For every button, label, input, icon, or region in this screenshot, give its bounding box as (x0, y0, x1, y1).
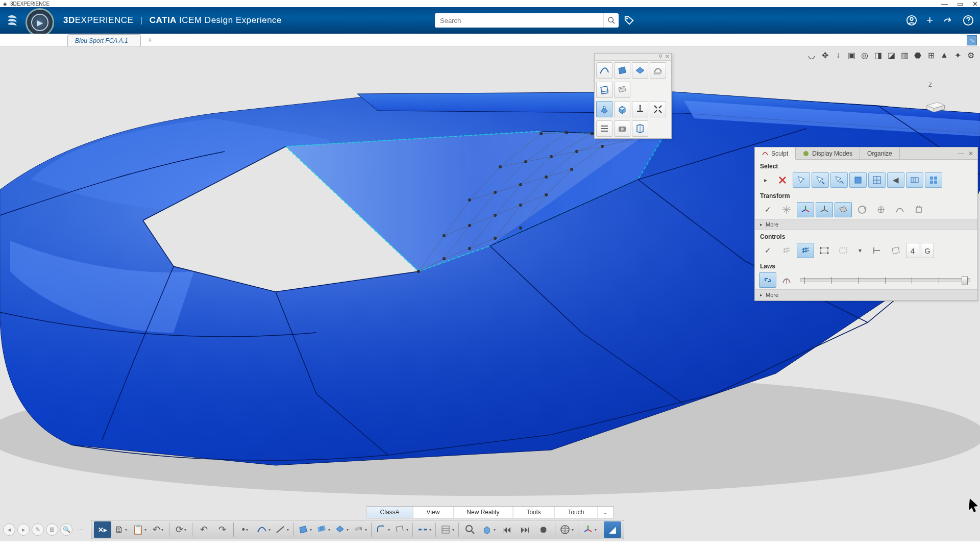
collapse-panel-icon[interactable]: ⤡ (967, 35, 977, 45)
select-mesh-button[interactable] (868, 172, 886, 188)
undo-button[interactable]: ↶ (149, 521, 166, 538)
surface-tool-button[interactable] (614, 62, 630, 79)
tab-new-reality[interactable]: New Reality (453, 507, 513, 518)
slider-thumb[interactable] (962, 276, 968, 285)
normal-view-icon[interactable]: ◎ (860, 50, 870, 60)
document-tab[interactable]: Bleu Sport FCA A.1 (67, 34, 141, 46)
shading-button[interactable] (480, 521, 497, 538)
control-points-button[interactable] (596, 101, 612, 117)
skip-forward-button[interactable]: ⏭ (517, 521, 534, 538)
nav-tree-button[interactable]: ⊞ (46, 523, 58, 536)
controls-cv-button[interactable] (835, 243, 852, 258)
analysis-grid-button[interactable] (438, 521, 456, 538)
local-undo-button[interactable]: ↶ (195, 521, 212, 538)
zoom-fit-button[interactable] (461, 521, 479, 538)
converge-tool-button[interactable] (650, 101, 666, 117)
controls-align-button[interactable] (868, 243, 886, 258)
tab-view[interactable]: View (413, 507, 454, 518)
controls-apply-button[interactable]: ✓ (759, 243, 776, 258)
maximize-icon[interactable]: ▭ (957, 0, 963, 8)
controls-count-field[interactable]: 4 (906, 243, 919, 258)
ambience-icon[interactable]: ◡ (806, 50, 817, 60)
nav-search-button[interactable]: 🔍 (60, 523, 72, 536)
controls-surface-button[interactable] (887, 243, 904, 258)
fillet-button[interactable] (374, 521, 391, 538)
offset-tool-button[interactable] (614, 82, 630, 98)
share-icon[interactable] (942, 15, 953, 26)
select-cancel-button[interactable] (774, 172, 791, 188)
settings-icon[interactable]: ⚙ (966, 50, 976, 60)
laws-curve-button[interactable] (778, 272, 795, 288)
nav-more-icon[interactable]: ⋯ (75, 523, 87, 536)
point-button[interactable]: • (236, 521, 254, 538)
axis-tool-button[interactable] (632, 101, 648, 117)
controls-g-button[interactable]: G (921, 243, 934, 258)
curve-button[interactable] (255, 521, 272, 538)
flange-tool-button[interactable] (596, 82, 612, 98)
close-icon[interactable]: ✕ (972, 0, 978, 8)
add-icon[interactable]: + (926, 14, 933, 27)
transform-bend-button[interactable] (891, 202, 909, 217)
multi-surface-button[interactable] (314, 521, 332, 538)
select-prev-button[interactable]: ◀ (887, 172, 904, 188)
laws-more-row[interactable]: More (755, 289, 977, 300)
select-point-button[interactable] (793, 172, 810, 188)
transform-more-row[interactable]: More (755, 219, 977, 230)
controls-dropdown[interactable]: ▾ (853, 244, 867, 257)
new-tab-button[interactable]: + (148, 36, 152, 45)
look-at-icon[interactable]: ◨ (873, 50, 883, 60)
list-tool-button[interactable] (596, 120, 612, 137)
robot-button[interactable] (581, 521, 598, 538)
gap-button[interactable] (415, 521, 433, 538)
record-button[interactable]: ⏺ (535, 521, 552, 538)
palette-pin-icon[interactable]: ⚲ (658, 54, 662, 60)
transform-xyz1-button[interactable] (797, 202, 814, 217)
tab-tools[interactable]: Tools (513, 507, 554, 518)
tab-organize[interactable]: Organize (860, 147, 900, 159)
transform-xyz2-button[interactable] (816, 202, 833, 217)
patch-tool-button[interactable] (632, 62, 648, 79)
local-redo-button[interactable]: ↷ (213, 521, 231, 538)
select-all-button[interactable] (925, 172, 942, 188)
palette-close-icon[interactable]: ✕ (665, 54, 669, 60)
search-input[interactable] (435, 13, 603, 28)
render-icon[interactable]: ✦ (952, 50, 963, 60)
refresh-button[interactable]: ⟳ (172, 521, 189, 538)
nav-forward-button[interactable]: ▸ (17, 523, 30, 536)
line-button[interactable] (273, 521, 290, 538)
curve-tool-button[interactable] (596, 62, 612, 79)
tab-display-modes[interactable]: Display Modes (796, 147, 860, 159)
axis-triad[interactable]: Z Y (906, 82, 952, 122)
search-button[interactable] (603, 13, 619, 28)
help-icon[interactable] (963, 15, 974, 26)
transform-move-button[interactable] (778, 202, 795, 217)
section-tool-button[interactable] (632, 120, 648, 137)
nav-edit-button[interactable]: ✎ (32, 523, 44, 536)
snap-icon[interactable]: ◪ (886, 50, 896, 60)
xp-icon[interactable]: ✕▸ (94, 521, 111, 538)
tab-touch[interactable]: Touch (554, 507, 598, 518)
transform-plane-button[interactable] (835, 202, 852, 217)
tag-icon[interactable] (624, 14, 637, 27)
transform-drag-button[interactable] (910, 202, 927, 217)
camera-tool-button[interactable] (614, 120, 630, 137)
down-icon[interactable]: ↓ (833, 50, 843, 60)
tab-more-icon[interactable]: ⌄ (598, 507, 613, 518)
minimize-icon[interactable]: — (941, 0, 948, 8)
tab-classa[interactable]: ClassA (367, 507, 413, 518)
feature-button[interactable]: ◢ (604, 521, 621, 538)
nav-back-button[interactable]: ◂ (3, 523, 15, 536)
tab-sculpt[interactable]: Sculpt (755, 147, 796, 160)
select-edge-button[interactable] (812, 172, 829, 188)
match-button[interactable] (393, 521, 410, 538)
select-grid-button[interactable] (906, 172, 923, 188)
transform-rotate-button[interactable] (853, 202, 871, 217)
laws-link-button[interactable] (759, 272, 776, 288)
globe-button[interactable] (558, 521, 575, 538)
align-icon[interactable]: ⊞ (926, 50, 936, 60)
multi-view-icon[interactable]: ▥ (899, 50, 910, 60)
iso-icon[interactable]: ⬣ (913, 50, 923, 60)
surface-button[interactable] (296, 521, 313, 538)
extrude-button[interactable] (351, 521, 369, 538)
ds-logo-icon[interactable] (5, 13, 20, 28)
